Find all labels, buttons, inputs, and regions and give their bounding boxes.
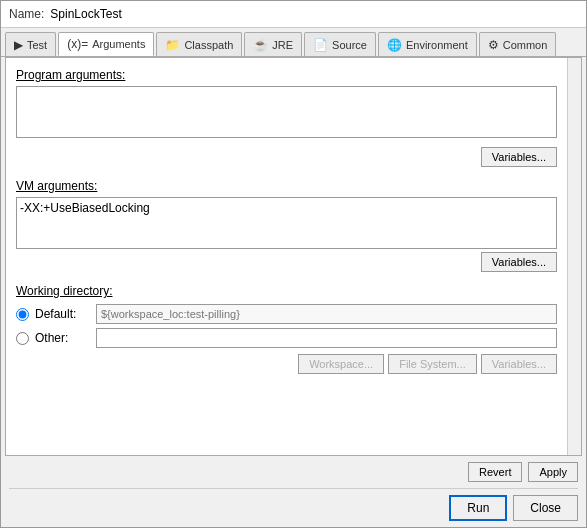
tab-common-label: Common (503, 39, 548, 51)
tab-environment[interactable]: 🌐 Environment (378, 32, 477, 56)
default-radio[interactable] (16, 308, 29, 321)
scrollbar-track[interactable] (567, 58, 581, 455)
default-radio-row: Default: (16, 304, 557, 324)
tab-classpath-label: Classpath (184, 39, 233, 51)
tab-test[interactable]: ▶ Test (5, 32, 56, 56)
environment-icon: 🌐 (387, 38, 402, 52)
program-args-section: Program arguments: Variables... (16, 68, 557, 167)
vm-args-variables-button[interactable]: Variables... (481, 252, 557, 272)
tab-jre-label: JRE (272, 39, 293, 51)
tab-classpath[interactable]: 📁 Classpath (156, 32, 242, 56)
tabs-bar: ▶ Test (x)= Arguments 📁 Classpath ☕ JRE … (1, 28, 586, 57)
content-area: Program arguments: Variables... VM argum… (5, 57, 582, 456)
other-radio[interactable] (16, 332, 29, 345)
test-icon: ▶ (14, 38, 23, 52)
vm-args-label: VM arguments: (16, 179, 557, 193)
source-icon: 📄 (313, 38, 328, 52)
program-args-variables-button[interactable]: Variables... (481, 147, 557, 167)
tab-jre[interactable]: ☕ JRE (244, 32, 302, 56)
vm-args-btn-row: Variables... (16, 252, 557, 272)
tab-source[interactable]: 📄 Source (304, 32, 376, 56)
main-dialog: Name: SpinLockTest ▶ Test (x)= Arguments… (0, 0, 587, 528)
working-dir-variables-button[interactable]: Variables... (481, 354, 557, 374)
program-args-input[interactable] (16, 86, 557, 138)
arguments-icon: (x)= (67, 37, 88, 51)
apply-button[interactable]: Apply (528, 462, 578, 482)
tab-environment-label: Environment (406, 39, 468, 51)
revert-button[interactable]: Revert (468, 462, 522, 482)
vm-args-input[interactable]: -XX:+UseBiasedLocking (16, 197, 557, 249)
file-system-button[interactable]: File System... (388, 354, 477, 374)
content-inner: Program arguments: Variables... VM argum… (16, 68, 571, 374)
jre-icon: ☕ (253, 38, 268, 52)
program-args-label: Program arguments: (16, 68, 557, 82)
name-value: SpinLockTest (50, 7, 121, 21)
default-dir-input (96, 304, 557, 324)
tab-common[interactable]: ⚙ Common (479, 32, 557, 56)
tab-source-label: Source (332, 39, 367, 51)
common-icon: ⚙ (488, 38, 499, 52)
program-args-btn-row: Variables... (16, 147, 557, 167)
title-bar: Name: SpinLockTest (1, 1, 586, 28)
close-button[interactable]: Close (513, 495, 578, 521)
tab-arguments[interactable]: (x)= Arguments (58, 32, 154, 56)
other-label: Other: (35, 331, 90, 345)
working-dir-title: Working directory: (16, 284, 557, 298)
program-args-container (16, 86, 557, 141)
other-radio-row: Other: (16, 328, 557, 348)
run-button[interactable]: Run (449, 495, 507, 521)
other-dir-input[interactable] (96, 328, 557, 348)
vm-args-section: VM arguments: -XX:+UseBiasedLocking Vari… (16, 179, 557, 272)
tab-test-label: Test (27, 39, 47, 51)
name-label: Name: (9, 7, 44, 21)
action-row: Revert Apply (9, 462, 578, 482)
vm-args-container: -XX:+UseBiasedLocking (16, 197, 557, 252)
workspace-button[interactable]: Workspace... (298, 354, 384, 374)
dir-buttons: Workspace... File System... Variables... (16, 354, 557, 374)
tab-arguments-label: Arguments (92, 38, 145, 50)
classpath-icon: 📁 (165, 38, 180, 52)
bottom-bar: Revert Apply Run Close (1, 456, 586, 527)
run-cancel-row: Run Close (9, 488, 578, 521)
working-dir-section: Working directory: Default: Other: Works… (16, 284, 557, 374)
default-label: Default: (35, 307, 90, 321)
